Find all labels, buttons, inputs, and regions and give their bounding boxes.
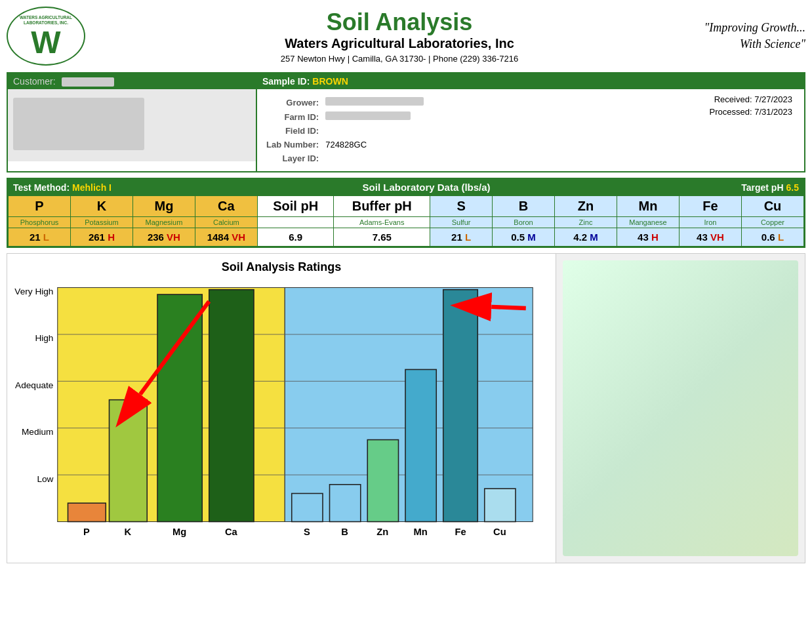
data-header: Test Method: Mehlich I Soil Laboratory D… xyxy=(8,179,804,195)
svg-text:Adequate: Adequate xyxy=(15,380,53,390)
grower-label: Grower: xyxy=(264,96,321,109)
col-value-Cu: 0.6 L xyxy=(741,228,803,247)
svg-text:Low: Low xyxy=(37,474,53,484)
customer-box: Customer: xyxy=(8,73,257,171)
address: 257 Newton Hwy | Camilla, GA 31730- | Ph… xyxy=(138,54,661,64)
received-date: 7/27/2023 xyxy=(754,94,792,104)
col-symbol-B: B xyxy=(493,196,555,217)
svg-rect-17 xyxy=(292,493,323,521)
test-method-value: Mehlich I xyxy=(72,182,112,193)
logo: WATERS AGRICULTURAL LABORATORIES, INC. W xyxy=(7,7,85,66)
col-name-SoilpH xyxy=(257,217,334,228)
chart-area: Soil Analysis Ratings Very High xyxy=(7,254,556,563)
svg-rect-18 xyxy=(330,485,361,522)
col-name-Zn: Zinc xyxy=(555,217,617,228)
tagline-area: "Improving Growth... With Science" xyxy=(661,20,805,52)
col-value-Mg: 236 VH xyxy=(132,228,195,247)
col-value-S: 21 L xyxy=(430,228,493,247)
svg-text:Medium: Medium xyxy=(22,427,54,437)
col-symbol-Fe: Fe xyxy=(679,196,741,217)
col-name-K: Potassium xyxy=(70,217,132,228)
svg-rect-19 xyxy=(367,440,398,522)
layer-id-label: Layer ID: xyxy=(264,152,321,165)
center-label: Soil Laboratory Data (lbs/a) xyxy=(112,182,741,193)
chart-title: Soil Analysis Ratings xyxy=(14,260,549,274)
svg-text:P: P xyxy=(83,527,90,538)
svg-text:Zn: Zn xyxy=(376,527,388,538)
sample-id-label: Sample ID: xyxy=(262,76,310,87)
svg-rect-13 xyxy=(68,503,106,521)
farm-id-label: Farm ID: xyxy=(264,110,321,123)
svg-text:Mg: Mg xyxy=(173,527,186,538)
col-name-Cu: Copper xyxy=(741,217,803,228)
lab-number-label: Lab Number: xyxy=(264,138,321,151)
nutrient-table: PKMgCaSoil pHBuffer pHSBZnMnFeCu Phospho… xyxy=(8,195,804,247)
sub-title: Waters Agricultural Laboratories, Inc xyxy=(138,36,661,51)
header: WATERS AGRICULTURAL LABORATORIES, INC. W… xyxy=(7,7,805,66)
svg-rect-16 xyxy=(209,290,254,522)
col-value-Ca: 1484 VH xyxy=(195,228,257,247)
col-value-K: 261 H xyxy=(70,228,132,247)
svg-text:Ca: Ca xyxy=(225,527,238,538)
sample-header: Sample ID: BROWN xyxy=(257,73,804,89)
test-method-label: Test Method: xyxy=(13,182,70,193)
col-value-SoilpH: 6.9 xyxy=(257,228,334,247)
col-name-Mg: Magnesium xyxy=(132,217,195,228)
logo-area: WATERS AGRICULTURAL LABORATORIES, INC. W xyxy=(7,7,138,66)
col-name-BufferpH: Adams-Evans xyxy=(334,217,430,228)
svg-text:S: S xyxy=(304,527,310,538)
col-symbol-Mn: Mn xyxy=(617,196,679,217)
lab-number-value: 724828GC xyxy=(323,138,426,151)
col-symbol-Cu: Cu xyxy=(741,196,803,217)
col-name-Mn: Manganese xyxy=(617,217,679,228)
svg-text:B: B xyxy=(341,527,348,538)
target-ph-value: 6.5 xyxy=(786,182,799,193)
info-section: Customer: Sample ID: BROWN Grower: xyxy=(7,72,805,172)
field-id-label: Field ID: xyxy=(264,125,321,137)
col-symbol-Zn: Zn xyxy=(555,196,617,217)
received-label: Received: xyxy=(714,94,752,104)
col-symbol-SoilpH: Soil pH xyxy=(257,196,334,217)
col-value-P: 21 L xyxy=(9,228,71,247)
sample-id-value: BROWN xyxy=(312,76,348,87)
svg-rect-22 xyxy=(485,489,516,521)
sample-dates: Received: 7/27/2023 Processed: 7/31/2023 xyxy=(709,94,799,166)
svg-rect-20 xyxy=(405,369,436,521)
col-name-P: Phosphorus xyxy=(9,217,71,228)
processed-date: 7/31/2023 xyxy=(754,107,792,117)
logo-w: W xyxy=(31,27,60,58)
col-value-Fe: 43 VH xyxy=(679,228,741,247)
col-name-S: Sulfur xyxy=(430,217,493,228)
col-name-Ca: Calcium xyxy=(195,217,257,228)
sample-body: Grower: Farm ID: Field ID: Lab Numb xyxy=(257,89,804,171)
col-value-Zn: 4.2 M xyxy=(555,228,617,247)
col-symbol-K: K xyxy=(70,196,132,217)
chart-svg: Very High High Adequate Medium Low xyxy=(14,281,549,556)
col-value-BufferpH: 7.65 xyxy=(334,228,430,247)
title-area: Soil Analysis Waters Agricultural Labora… xyxy=(138,9,661,64)
right-panel xyxy=(556,254,805,563)
col-symbol-S: S xyxy=(430,196,493,217)
data-section: Test Method: Mehlich I Soil Laboratory D… xyxy=(7,178,805,248)
svg-text:K: K xyxy=(125,527,132,538)
chart-container: Very High High Adequate Medium Low xyxy=(14,281,549,556)
svg-rect-15 xyxy=(157,294,202,522)
col-name-Fe: Iron xyxy=(679,217,741,228)
col-symbol-Mg: Mg xyxy=(132,196,195,217)
svg-rect-14 xyxy=(110,400,148,522)
target-ph-label: Target pH xyxy=(741,182,783,193)
tagline: "Improving Growth... With Science" xyxy=(661,20,805,52)
svg-line-35 xyxy=(491,307,526,308)
col-symbol-BufferpH: Buffer pH xyxy=(334,196,430,217)
customer-body xyxy=(8,89,256,161)
page: WATERS AGRICULTURAL LABORATORIES, INC. W… xyxy=(0,0,812,570)
col-value-Mn: 43 H xyxy=(617,228,679,247)
svg-text:Fe: Fe xyxy=(455,527,466,538)
col-symbol-Ca: Ca xyxy=(195,196,257,217)
sample-box: Sample ID: BROWN Grower: Farm ID: xyxy=(257,73,804,171)
col-value-B: 0.5 M xyxy=(493,228,555,247)
svg-rect-21 xyxy=(443,290,478,522)
col-symbol-P: P xyxy=(9,196,71,217)
col-name-B: Boron xyxy=(493,217,555,228)
main-title: Soil Analysis xyxy=(138,9,661,36)
